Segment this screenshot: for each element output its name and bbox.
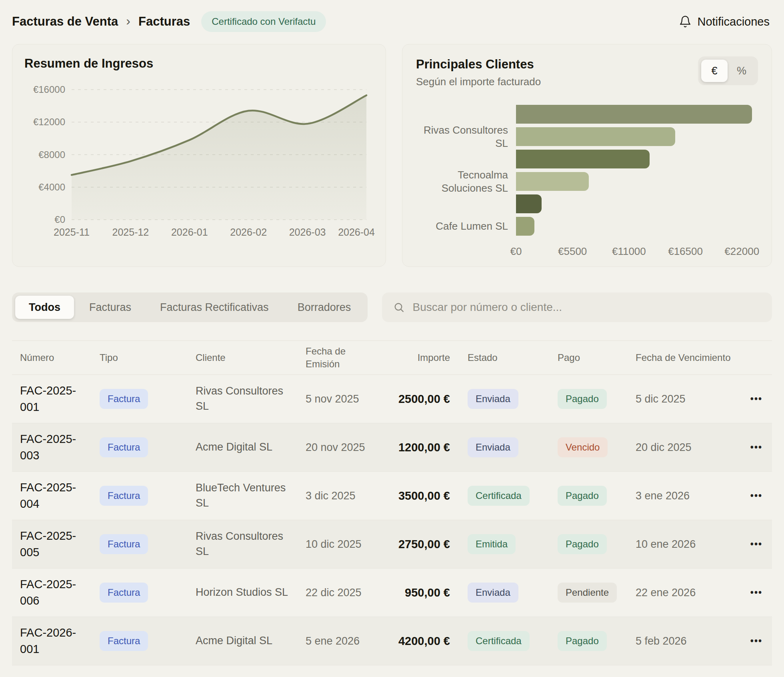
due-date: 10 ene 2026 bbox=[626, 538, 734, 551]
tab-borradores[interactable]: Borradores bbox=[284, 296, 365, 319]
svg-text:2025-12: 2025-12 bbox=[112, 226, 149, 238]
due-date: 5 dic 2025 bbox=[626, 393, 734, 405]
status-badge: Certificada bbox=[468, 486, 530, 506]
client-name: Horizon Studios SL bbox=[186, 585, 296, 600]
column-header-cliente: Cliente bbox=[186, 351, 296, 364]
bar-axis-tick: €11000 bbox=[612, 245, 646, 258]
payment-cell: Pagado bbox=[548, 631, 626, 651]
invoice-type-cell: Factura bbox=[90, 631, 186, 651]
bar-axis-tick: €22000 bbox=[724, 245, 759, 258]
bar-axis-tick: €5500 bbox=[558, 245, 587, 258]
table-row[interactable]: FAC-2026-001 Factura Acme Digital SL 5 e… bbox=[12, 617, 772, 665]
client-bar bbox=[516, 150, 650, 168]
status-badge: Enviada bbox=[468, 437, 518, 457]
search-input[interactable] bbox=[412, 300, 761, 314]
status-cell: Enviada bbox=[458, 389, 548, 409]
toggle-euro-button[interactable]: € bbox=[701, 60, 728, 82]
payment-badge: Pagado bbox=[558, 486, 607, 506]
row-actions-button[interactable]: ••• bbox=[734, 587, 764, 598]
bar-axis-tick: €0 bbox=[510, 245, 522, 258]
top-clients-card: Principales Clientes Según el importe fa… bbox=[402, 44, 772, 267]
table-body: FAC-2025-001 Factura Rivas Consultores S… bbox=[12, 375, 772, 665]
bar-client-label: Rivas Consultores SL bbox=[416, 124, 516, 150]
payment-badge: Pagado bbox=[558, 389, 607, 409]
tab-todos[interactable]: Todos bbox=[15, 296, 74, 319]
client-name: Acme Digital SL bbox=[186, 440, 296, 455]
status-cell: Certificada bbox=[458, 486, 548, 506]
breadcrumb-parent[interactable]: Facturas de Venta bbox=[12, 14, 118, 29]
list-controls: Todos Facturas Facturas Rectificativas B… bbox=[12, 292, 772, 322]
issue-date: 22 dic 2025 bbox=[296, 587, 376, 599]
invoice-number: FAC-2025-006 bbox=[20, 576, 90, 609]
amount: 1200,00 € bbox=[376, 441, 458, 454]
notifications-button[interactable]: Notificaciones bbox=[679, 15, 770, 28]
payment-cell: Pendiente bbox=[548, 583, 626, 603]
svg-text:€0: €0 bbox=[54, 214, 65, 225]
svg-text:2026-04: 2026-04 bbox=[338, 226, 375, 238]
bar-chart-x-axis: €0€5500€11000€16500€22000 bbox=[416, 245, 753, 260]
svg-text:€16000: €16000 bbox=[33, 84, 65, 95]
tab-facturas[interactable]: Facturas bbox=[76, 296, 145, 319]
client-name: Rivas Consultores SL bbox=[186, 529, 296, 559]
due-date: 3 ene 2026 bbox=[626, 490, 734, 502]
amount: 2750,00 € bbox=[376, 538, 458, 551]
svg-text:€4000: €4000 bbox=[38, 182, 65, 192]
column-header-numero: Número bbox=[20, 351, 90, 364]
type-badge: Factura bbox=[100, 631, 148, 651]
notifications-label: Notificaciones bbox=[697, 15, 770, 28]
row-actions-button[interactable]: ••• bbox=[734, 539, 764, 550]
bar-chart-row: Tecnoalma Soluciones SL bbox=[416, 172, 753, 191]
status-cell: Certificada bbox=[458, 631, 548, 651]
client-bar bbox=[516, 127, 675, 146]
breadcrumb-current[interactable]: Facturas bbox=[138, 14, 190, 29]
amount: 2500,00 € bbox=[376, 393, 458, 406]
invoice-type-cell: Factura bbox=[90, 389, 186, 409]
due-date: 20 dic 2025 bbox=[626, 441, 734, 454]
row-actions-button[interactable]: ••• bbox=[734, 442, 764, 453]
column-header-estado: Estado bbox=[458, 351, 548, 364]
status-cell: Emitida bbox=[458, 534, 548, 554]
top-clients-bar-chart: Rivas Consultores SLTecnoalma Soluciones… bbox=[416, 105, 753, 260]
revenue-line-chart: €0€4000€8000€12000€160002025-112025-1220… bbox=[24, 72, 377, 248]
table-row[interactable]: FAC-2025-006 Factura Horizon Studios SL … bbox=[12, 569, 772, 617]
table-row[interactable]: FAC-2025-005 Factura Rivas Consultores S… bbox=[12, 520, 772, 569]
table-row[interactable]: FAC-2025-003 Factura Acme Digital SL 20 … bbox=[12, 423, 772, 472]
status-badge: Emitida bbox=[468, 534, 516, 554]
status-badge: Enviada bbox=[468, 389, 518, 409]
payment-cell: Vencido bbox=[548, 437, 626, 457]
bar-chart-row bbox=[416, 194, 753, 213]
due-date: 5 feb 2026 bbox=[626, 635, 734, 647]
due-date: 22 ene 2026 bbox=[626, 587, 734, 599]
table-row[interactable]: FAC-2025-001 Factura Rivas Consultores S… bbox=[12, 375, 772, 423]
table-header-row: Número Tipo Cliente Fecha de Emisión Imp… bbox=[12, 341, 772, 375]
amount: 4200,00 € bbox=[376, 635, 458, 648]
svg-text:2026-03: 2026-03 bbox=[289, 226, 326, 238]
payment-cell: Pagado bbox=[548, 534, 626, 554]
client-bar bbox=[516, 172, 589, 191]
tab-facturas-rectificativas[interactable]: Facturas Rectificativas bbox=[146, 296, 282, 319]
charts-section: Resumen de Ingresos €0€4000€8000€12000€1… bbox=[0, 44, 784, 267]
svg-text:2025-11: 2025-11 bbox=[54, 226, 90, 238]
client-name: BlueTech Ventures SL bbox=[186, 481, 296, 511]
revenue-card-title: Resumen de Ingresos bbox=[24, 56, 376, 71]
row-actions-button[interactable]: ••• bbox=[734, 636, 764, 647]
invoice-number: FAC-2025-004 bbox=[20, 479, 90, 512]
svg-text:2026-01: 2026-01 bbox=[171, 226, 208, 238]
toggle-percent-button[interactable]: % bbox=[728, 60, 755, 82]
payment-badge: Pagado bbox=[558, 534, 607, 554]
row-actions-button[interactable]: ••• bbox=[734, 394, 764, 405]
type-badge: Factura bbox=[100, 534, 148, 554]
breadcrumb: Facturas de Venta › Facturas Certificado… bbox=[12, 11, 326, 32]
row-actions-button[interactable]: ••• bbox=[734, 491, 764, 501]
issue-date: 20 nov 2025 bbox=[296, 441, 376, 454]
payment-cell: Pagado bbox=[548, 486, 626, 506]
type-badge: Factura bbox=[100, 389, 148, 409]
bar-axis-tick: €16500 bbox=[668, 245, 703, 258]
payment-badge: Pendiente bbox=[558, 583, 617, 603]
issue-date: 5 ene 2026 bbox=[296, 635, 376, 647]
payment-badge: Vencido bbox=[558, 437, 608, 457]
table-row[interactable]: FAC-2025-004 Factura BlueTech Ventures S… bbox=[12, 472, 772, 520]
type-badge: Factura bbox=[100, 583, 148, 603]
amount: 950,00 € bbox=[376, 586, 458, 599]
search-bar[interactable] bbox=[382, 292, 772, 322]
